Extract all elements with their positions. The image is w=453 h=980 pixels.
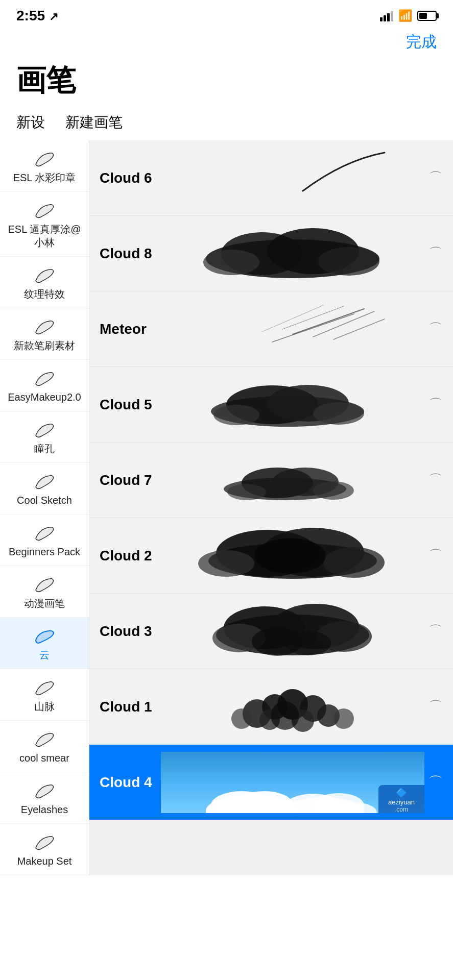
svg-point-20 [227,484,266,500]
sidebar-label-mountain: 山脉 [34,700,55,713]
svg-point-3 [318,247,379,276]
brush-row-cloud5[interactable]: Cloud 5 ⌒ [89,367,453,443]
brush-name-cloud5: Cloud 5 [100,397,161,413]
brush-preview-cloud3 [161,601,424,662]
brush-icon-makeup-set [31,832,58,852]
brush-row-cloud2[interactable]: Cloud 2 ⌒ [89,518,453,594]
brush-icon-esl-thick [31,200,58,220]
sidebar-item-makeup-set[interactable]: Makeup Set [0,824,89,875]
sidebar-item-esl-watercolor[interactable]: ESL 水彩印章 [0,140,89,192]
brush-icon-beginners-pack [31,523,58,543]
brush-row-cloud3[interactable]: Cloud 3 ⌒ [89,594,453,669]
svg-point-24 [323,547,385,578]
status-time: 2:55 ↗ [16,8,58,24]
svg-point-19 [313,481,354,500]
brush-name-cloud3: Cloud 3 [100,623,161,640]
sidebar-item-cool-smear[interactable]: cool smear [0,721,89,772]
brush-preview-cloud5 [161,374,424,435]
brush-name-cloud7: Cloud 7 [100,472,161,488]
brush-icon-texture-effect [31,265,58,285]
sidebar-item-beginners-pack[interactable]: Beginners Pack [0,514,89,566]
sidebar-item-eyelashes[interactable]: Eyelashes [0,772,89,824]
brush-preview-meteor [161,299,424,360]
location-arrow-icon: ↗ [49,10,58,23]
svg-point-4 [203,250,259,275]
svg-point-41 [271,701,299,730]
sidebar: ESL 水彩印章 ESL 逼真厚涂@小林 纹理特效 新款笔刷素材 EasyMak… [0,140,89,875]
brush-detail-arrow-cloud2: ⌒ [428,546,443,566]
sidebar-label-cool-smear: cool smear [19,751,69,765]
svg-point-14 [313,402,364,425]
brush-row-cloud1[interactable]: Cloud 1 ⌒ [89,669,453,745]
status-icons: 📶 [380,9,437,22]
sidebar-label-texture-effect: 纹理特效 [24,287,65,301]
battery-icon [417,11,437,21]
brush-icon-esl-watercolor [31,149,58,169]
signal-icon [380,10,393,21]
done-button[interactable]: 完成 [406,32,437,53]
sidebar-item-mountain[interactable]: 山脉 [0,669,89,721]
brush-icon-new-brushes [31,316,58,337]
brush-detail-arrow-cloud5: ⌒ [428,395,443,414]
brush-row-meteor[interactable]: Meteor ⌒ [89,291,453,367]
sidebar-label-eyelashes: Eyelashes [21,803,68,816]
brush-icon-pupil [31,420,58,440]
svg-point-15 [213,405,259,425]
brush-name-cloud1: Cloud 1 [100,699,161,715]
brush-icon-cool-sketch [31,471,58,492]
brush-detail-arrow-meteor: ⌒ [428,320,443,339]
new-brush-button[interactable]: 新建画笔 [65,113,123,132]
brush-icon-eyelashes [31,780,58,801]
brush-name-meteor: Meteor [100,321,161,337]
sidebar-label-easy-makeup: EasyMakeup2.0 [8,390,81,404]
page-title: 画笔 [0,57,453,109]
brush-name-cloud6: Cloud 6 [100,170,161,186]
brush-name-cloud2: Cloud 2 [100,548,161,564]
brush-detail-arrow-cloud7: ⌒ [428,471,443,490]
brush-preview-cloud7 [161,450,424,511]
sidebar-item-esl-thick[interactable]: ESL 逼真厚涂@小林 [0,192,89,257]
svg-point-33 [285,631,331,655]
brush-icon-cloud [31,626,58,646]
sidebar-item-new-brushes[interactable]: 新款笔刷素材 [0,308,89,360]
brush-icon-cool-smear [31,729,58,749]
sidebar-item-texture-effect[interactable]: 纹理特效 [0,257,89,308]
brush-detail-arrow-cloud4: ⌒ [428,773,443,792]
brush-detail-arrow-cloud1: ⌒ [428,697,443,717]
brush-preview-cloud4: 🔷 aeziyuan .com [161,752,424,813]
new-set-button[interactable]: 新设 [16,113,45,132]
svg-line-9 [333,319,385,339]
svg-point-26 [254,538,326,574]
brush-row-cloud4[interactable]: Cloud 4 🔷 aeziyuan .com ⌒ [89,745,453,820]
brush-preview-cloud8 [161,223,424,284]
sub-header: 新设 新建画笔 [0,109,453,140]
sidebar-item-cool-sketch[interactable]: Cool Sketch [0,463,89,514]
brush-detail-arrow-cloud8: ⌒ [428,244,443,263]
brush-row-cloud8[interactable]: Cloud 8 ⌒ [89,216,453,291]
brush-icon-mountain [31,677,58,698]
header: 完成 [0,28,453,57]
sidebar-item-pupil[interactable]: 瞳孔 [0,411,89,463]
sidebar-item-anime-brush[interactable]: 动漫画笔 [0,566,89,618]
svg-point-42 [231,708,252,729]
sidebar-label-makeup-set: Makeup Set [17,854,72,868]
sidebar-label-esl-thick: ESL 逼真厚涂@小林 [4,223,85,249]
sidebar-item-cloud[interactable]: 云 [0,618,89,669]
content-panel: Cloud 6 ⌒Cloud 8 ⌒Meteor ⌒Cloud 5 ⌒Cloud… [89,140,453,875]
brush-row-cloud7[interactable]: Cloud 7 ⌒ [89,443,453,518]
sidebar-item-easy-makeup[interactable]: EasyMakeup2.0 [0,360,89,411]
brush-name-cloud8: Cloud 8 [100,246,161,262]
brush-row-cloud6[interactable]: Cloud 6 ⌒ [89,140,453,216]
svg-line-6 [272,314,354,342]
status-bar: 2:55 ↗ 📶 [0,0,453,28]
sidebar-label-anime-brush: 动漫画笔 [24,597,65,610]
sidebar-label-cloud: 云 [39,648,50,662]
brush-name-cloud4: Cloud 4 [100,774,161,791]
sidebar-label-cool-sketch: Cool Sketch [17,494,72,507]
brush-preview-cloud1 [161,676,424,738]
brush-detail-arrow-cloud6: ⌒ [428,168,443,188]
main-layout: ESL 水彩印章 ESL 逼真厚涂@小林 纹理特效 新款笔刷素材 EasyMak… [0,140,453,875]
wifi-icon: 📶 [398,9,412,22]
brush-preview-cloud2 [161,525,424,586]
brush-icon-anime-brush [31,574,58,595]
